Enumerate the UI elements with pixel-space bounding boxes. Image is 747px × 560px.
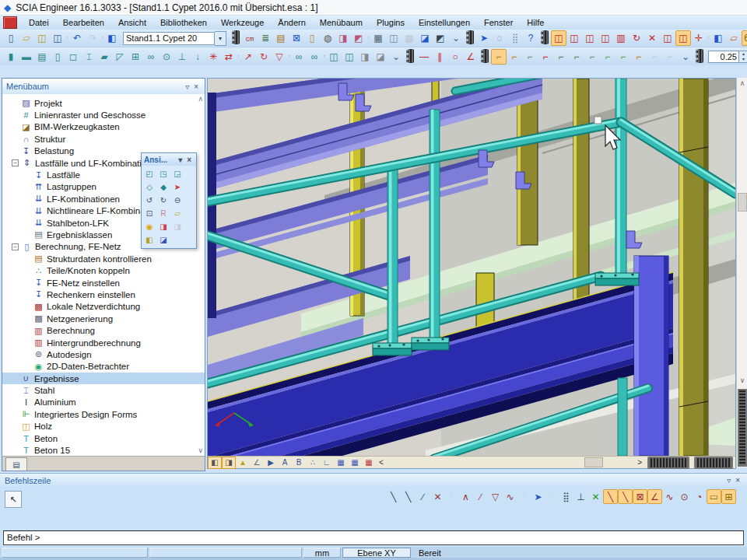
tree-item[interactable]: I Aluminium	[2, 397, 205, 408]
blue-column[interactable]	[634, 256, 668, 456]
spin-down-icon[interactable]: ▾	[739, 57, 747, 62]
status-units[interactable]: mm	[303, 548, 341, 558]
toolbar-icon[interactable]: ⌐	[507, 49, 522, 65]
scroll-up-icon[interactable]: ∧	[737, 78, 747, 89]
toolbar-icon[interactable]: ∞	[143, 49, 159, 65]
toolbar-icon[interactable]: ▯	[304, 30, 320, 46]
tree-item[interactable]: ∩ Struktur	[2, 133, 205, 145]
toolbar-icon[interactable]: ◩	[433, 30, 448, 46]
toolbar-icon[interactable]: ▬	[19, 49, 34, 65]
3d-viewport-scene[interactable]	[208, 79, 735, 456]
menu-item[interactable]: Hilfe	[520, 16, 551, 29]
menu-item[interactable]: Einstellungen	[412, 16, 477, 29]
toolbar-icon[interactable]: ⌄	[448, 30, 464, 46]
viewport-icon[interactable]: ∴	[306, 457, 320, 469]
expander-icon[interactable]: −	[12, 243, 19, 250]
tree-item[interactable]: T Beton	[2, 432, 205, 444]
toolbar-icon[interactable]: ↶	[69, 30, 85, 46]
toolbar-icon[interactable]: ⌄	[678, 49, 693, 65]
toolbar-icon[interactable]: ↓	[190, 49, 205, 65]
toolbar-icon[interactable]: ⌐	[647, 49, 662, 65]
close-icon[interactable]: ×	[191, 82, 201, 91]
toolbar-icon[interactable]: ∠	[463, 49, 479, 65]
tree-item[interactable]: ◪ BIM-Werkzeugkasten	[2, 121, 205, 133]
menu-item[interactable]: Bearbeiten	[56, 16, 111, 29]
close-icon[interactable]: ×	[733, 476, 742, 485]
toolbar-icon[interactable]: ◫	[386, 30, 402, 46]
panel-tab[interactable]: ▤	[5, 457, 27, 471]
toolbar-icon[interactable]: ⌐	[553, 49, 569, 65]
palette-icon[interactable]: ◳	[156, 167, 170, 180]
tree-scroll-up-icon[interactable]: ∧	[198, 96, 203, 103]
menu-item[interactable]: Menübaum	[313, 16, 370, 29]
toolbar-icon[interactable]: ▤	[34, 49, 50, 65]
scroll-right-icon[interactable]: >	[634, 458, 645, 467]
toolbar-icon[interactable]: ▦	[402, 30, 417, 46]
app-icon[interactable]	[3, 16, 17, 29]
scroll-down-icon[interactable]: ∨	[737, 375, 747, 386]
toolbar-icon[interactable]: ◧	[104, 30, 120, 46]
toolbar-icon[interactable]	[232, 30, 240, 44]
viewport-icon[interactable]: ◧	[208, 457, 222, 469]
tree-item[interactable]: ∪ Ergebnisse	[2, 373, 205, 384]
tree-item[interactable]: ▩ Lokale Netzverdichtung	[2, 301, 205, 313]
snap-icon[interactable]: ╲	[386, 489, 401, 504]
toolbar-icon[interactable]: ⌐	[522, 49, 538, 65]
snap-icon[interactable]: ⊙	[677, 489, 692, 504]
toolbar-icon[interactable]: ―	[416, 49, 432, 65]
toolbar-icon[interactable]: ◫	[566, 30, 582, 46]
viewport-icon[interactable]: ◨	[222, 457, 236, 469]
expander-icon[interactable]: −	[12, 159, 19, 166]
tree-scroll-down-icon[interactable]: ∨	[198, 447, 203, 454]
menu-item[interactable]: Fenster	[477, 16, 520, 29]
toolbar-icon[interactable]: ○	[447, 49, 463, 65]
toolbar-icon[interactable]: ⣿	[507, 30, 523, 46]
toolbar-icon[interactable]: ✛	[691, 30, 707, 46]
tree-item[interactable]: T Beton 15	[2, 444, 205, 456]
snap-icon[interactable]: ∕	[416, 489, 430, 504]
snap-icon[interactable]: ╲	[401, 489, 416, 504]
deform-scale-spinner[interactable]: 0.25 ▴▾	[708, 51, 747, 63]
close-icon[interactable]: ×	[184, 156, 194, 164]
toolbar-icon[interactable]: ◍	[320, 30, 335, 46]
tree-item[interactable]: ▩ Netzgenerierung	[2, 313, 205, 324]
tree-item[interactable]: ↧ FE-Netz einstellen	[2, 277, 205, 289]
toolbar-icon[interactable]	[406, 49, 414, 63]
snap-icon[interactable]: ➤	[531, 489, 545, 504]
toolbar-icon[interactable]: ⇄	[221, 49, 237, 65]
snap-icon[interactable]: ∧	[458, 489, 473, 504]
toolbar-icon[interactable]: ∞	[307, 49, 322, 65]
tree-item[interactable]: ◉ 2D-Daten-Betrachter	[2, 361, 205, 373]
view-grip-handle[interactable]	[694, 457, 733, 469]
menu-item[interactable]: Bibliotheken	[153, 16, 214, 29]
toolbar-icon[interactable]: ◩	[351, 30, 366, 46]
palette-icon[interactable]: ↺	[142, 194, 156, 207]
tree-item[interactable]: # Linienraster und Geschosse	[2, 109, 205, 121]
toolbar-icon[interactable]: ▱	[19, 30, 34, 46]
palette-icon[interactable]: ◇	[142, 180, 156, 194]
menu-item[interactable]: Plugins	[370, 16, 412, 29]
snap-icon[interactable]: ⊠	[633, 489, 647, 504]
toolbar-icon[interactable]: ◫	[50, 30, 65, 46]
toolbar-icon[interactable]: ◸	[112, 49, 128, 65]
toolbar-icon[interactable]: ➤	[476, 30, 492, 46]
toolbar-icon[interactable]: ⊠	[289, 30, 304, 46]
tree-item[interactable]: ↧ Rechenkern einstellen	[2, 289, 205, 300]
toolbar-icon[interactable]: ◫	[660, 30, 675, 46]
toolbar-icon[interactable]: ⌐	[662, 49, 678, 65]
viewport-icon[interactable]: ▶	[264, 457, 278, 469]
palette-icon[interactable]: ↻	[156, 194, 170, 207]
toolbar-icon[interactable]: ⌐	[584, 49, 600, 65]
snap-icon[interactable]: ╲	[603, 489, 618, 504]
palette-icon[interactable]: ⊡	[142, 207, 156, 220]
tree-item[interactable]: ◫ Holz	[2, 421, 205, 432]
tree-item[interactable]: ▥ Berechnung	[2, 324, 205, 336]
snap-icon[interactable]: ╲	[618, 489, 633, 504]
menu-item[interactable]: Datei	[22, 16, 56, 29]
toolbar-icon[interactable]: ?	[523, 30, 538, 46]
toolbar-icon[interactable]: ◫	[34, 30, 50, 46]
viewport-icon[interactable]: A	[278, 457, 292, 469]
palette-icon[interactable]: ⊖	[170, 194, 184, 207]
toolbar-icon[interactable]: ◨	[357, 49, 373, 65]
snap-icon[interactable]: ▭	[707, 489, 721, 504]
